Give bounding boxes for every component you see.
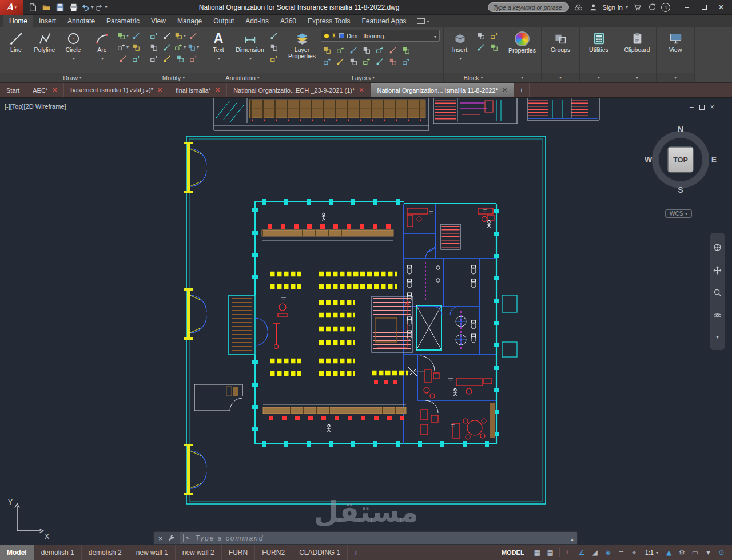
- lineweight-icon[interactable]: [615, 545, 627, 560]
- groups-panel-label[interactable]: [542, 73, 579, 82]
- model-space-toggle[interactable]: MODEL: [496, 549, 530, 556]
- drawing-minimize-icon[interactable]: –: [690, 103, 694, 111]
- clipboard-panel-label[interactable]: [618, 73, 656, 82]
- scale-tool-icon[interactable]: [161, 53, 173, 64]
- drawing-canvas[interactable]: Y X: [0, 98, 732, 545]
- dimension-tool-button[interactable]: Dimension: [233, 29, 266, 72]
- layer-off-tool-icon[interactable]: [321, 45, 333, 55]
- arc-tool-button[interactable]: Arc: [88, 29, 116, 72]
- tab-home[interactable]: Home: [3, 15, 33, 27]
- move-tool-icon[interactable]: [148, 30, 160, 41]
- layout-tab[interactable]: FURN: [222, 545, 255, 560]
- maximize-button[interactable]: [695, 1, 713, 14]
- command-close-icon[interactable]: [158, 533, 163, 543]
- tab-manage[interactable]: Manage: [172, 15, 208, 27]
- new-layout-button[interactable]: +: [348, 545, 364, 560]
- region-tool-icon[interactable]: [130, 53, 142, 64]
- layer-dropdown[interactable]: Dim - flooring.: [321, 30, 440, 42]
- viewcube-east[interactable]: E: [711, 155, 717, 164]
- quick-properties-icon[interactable]: [689, 545, 701, 560]
- file-tab[interactable]: final ismalia*✕: [169, 83, 227, 97]
- zoom-icon[interactable]: [713, 288, 722, 297]
- exchange-cart-icon[interactable]: [631, 2, 643, 13]
- hardware-acceleration-icon[interactable]: [715, 545, 727, 560]
- command-history-icon[interactable]: [571, 533, 574, 543]
- app-menu-button[interactable]: A: [0, 0, 23, 15]
- rectangle-tool-icon[interactable]: [117, 30, 129, 41]
- search-input[interactable]: [493, 4, 564, 11]
- viewcube-west[interactable]: W: [645, 155, 652, 164]
- view-button[interactable]: View: [659, 29, 692, 72]
- layout-tab[interactable]: new wall 2: [176, 545, 222, 560]
- snap-mode-icon[interactable]: [544, 545, 556, 560]
- text-style-tool-icon[interactable]: [268, 53, 280, 64]
- command-customize-icon[interactable]: [168, 534, 175, 542]
- drawing-close-icon[interactable]: ×: [710, 103, 714, 111]
- polar-tracking-icon[interactable]: [576, 545, 588, 560]
- array-tool-icon[interactable]: [187, 42, 200, 53]
- line-tool-button[interactable]: Line: [2, 29, 30, 72]
- close-button[interactable]: [713, 1, 730, 14]
- groups-button[interactable]: Groups: [544, 29, 577, 72]
- object-snap-icon[interactable]: [602, 545, 614, 560]
- close-tab-icon[interactable]: ✕: [359, 86, 364, 94]
- search-box[interactable]: [488, 2, 569, 12]
- ortho-mode-icon[interactable]: [563, 545, 575, 560]
- viewcube-south[interactable]: S: [678, 185, 683, 194]
- utilities-button[interactable]: Utilities: [582, 29, 615, 72]
- close-tab-icon[interactable]: ✕: [157, 86, 162, 94]
- file-tab[interactable]: basement ismailia 1) خزانات)*✕: [64, 83, 169, 97]
- search-icon[interactable]: [572, 2, 584, 13]
- annotation-visibility-icon[interactable]: [663, 545, 675, 560]
- viewcube-north[interactable]: N: [678, 125, 683, 134]
- tab-output[interactable]: Output: [208, 15, 240, 27]
- insert-block-button[interactable]: Insert: [446, 29, 474, 72]
- tab-a360[interactable]: A360: [274, 15, 302, 27]
- layer-isolate-tool-icon[interactable]: [334, 45, 347, 55]
- clipboard-button[interactable]: Clipboard: [620, 29, 654, 72]
- layer-lock-tool-icon[interactable]: [360, 45, 373, 55]
- close-tab-icon[interactable]: ✕: [215, 86, 220, 94]
- view-panel-label[interactable]: [657, 73, 694, 82]
- plot-button[interactable]: [67, 2, 80, 13]
- layer-prev-tool-icon[interactable]: [360, 56, 373, 67]
- dynamic-input-icon[interactable]: [628, 545, 640, 560]
- edit-attribute-tool-icon[interactable]: [475, 42, 487, 53]
- orbit-icon[interactable]: [713, 311, 722, 320]
- redo-button[interactable]: [94, 2, 108, 13]
- tab-featured-apps[interactable]: Featured Apps: [356, 15, 412, 27]
- close-tab-icon[interactable]: ✕: [502, 86, 507, 94]
- properties-panel-label[interactable]: [503, 73, 541, 82]
- layer-properties-button[interactable]: Layer Properties: [285, 29, 319, 72]
- tab-annotate[interactable]: Annotate: [62, 15, 101, 27]
- tab-express-tools[interactable]: Express Tools: [302, 15, 356, 27]
- tab-parametric[interactable]: Parametric: [101, 15, 145, 27]
- help-icon[interactable]: [661, 3, 670, 12]
- new-drawing-tab-button[interactable]: +: [514, 83, 530, 97]
- viewcube[interactable]: N S W E TOP: [647, 126, 714, 193]
- wcs-dropdown[interactable]: WCS: [665, 209, 692, 218]
- fillet-tool-icon[interactable]: [174, 42, 186, 53]
- trim-tool-icon[interactable]: [174, 30, 186, 41]
- create-block-tool-icon[interactable]: [475, 30, 487, 41]
- command-input[interactable]: [196, 534, 567, 542]
- layer-thaw-all-tool-icon[interactable]: [334, 56, 347, 67]
- explode-tool-icon[interactable]: [187, 53, 200, 64]
- drawing-restore-icon[interactable]: [699, 105, 705, 110]
- rotate-tool-icon[interactable]: [161, 30, 173, 41]
- undo-button[interactable]: [81, 2, 94, 13]
- stretch-tool-icon[interactable]: [148, 53, 160, 64]
- open-file-button[interactable]: [39, 2, 53, 13]
- layer-current-tool-icon[interactable]: [400, 56, 412, 67]
- modify-panel-label[interactable]: Modify: [145, 73, 202, 82]
- layout-tab[interactable]: demolish 2: [82, 545, 129, 560]
- model-space-viewport[interactable]: Y X: [0, 98, 732, 545]
- layers-panel-label[interactable]: Layers: [283, 73, 443, 82]
- layout-tab[interactable]: CLADDING 1: [292, 545, 348, 560]
- layer-walk-tool-icon[interactable]: [387, 45, 399, 55]
- polyline-tool-button[interactable]: Polyline: [31, 29, 58, 72]
- ribbon-display-toggle-icon[interactable]: [412, 15, 434, 27]
- table-tool-icon[interactable]: [268, 42, 280, 53]
- file-tab[interactable]: AEC*✕: [26, 83, 64, 97]
- annotation-panel-label[interactable]: Annotation: [202, 73, 283, 82]
